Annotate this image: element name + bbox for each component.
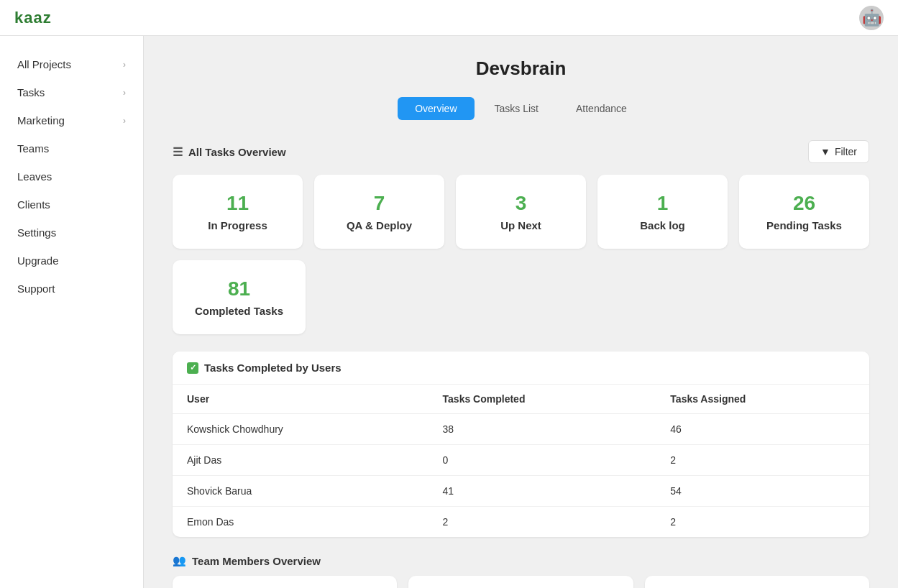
- sidebar-item-upgrade[interactable]: Upgrade: [0, 247, 143, 275]
- table-row: Emon Das22: [173, 507, 869, 538]
- completed-card: 81 Completed Tasks: [173, 260, 306, 334]
- all-tasks-title: ☰ All Tasks Overview: [173, 145, 286, 159]
- sidebar: All Projects›Tasks›Marketing›TeamsLeaves…: [0, 36, 144, 588]
- sidebar-item-leaves[interactable]: Leaves: [0, 162, 143, 190]
- filter-button[interactable]: ▼ Filter: [808, 140, 869, 163]
- team-card-2: [408, 576, 633, 588]
- tab-overview[interactable]: Overview: [398, 97, 474, 120]
- avatar: 🤖: [859, 6, 884, 30]
- table-col-tasks-assigned: Tasks Assigned: [656, 385, 869, 414]
- tasks-assigned-value: 2: [656, 445, 869, 476]
- stat-number: 7: [334, 192, 424, 215]
- sidebar-item-label: Leaves: [17, 170, 52, 183]
- user-name: Emon Das: [173, 507, 429, 538]
- page-title: Devsbrain: [173, 58, 869, 80]
- stat-card-in-progress: 11 In Progress: [173, 175, 303, 249]
- tab-attendance[interactable]: Attendance: [559, 97, 644, 120]
- tasks-completed-value: 38: [429, 414, 656, 445]
- chevron-icon: ›: [123, 116, 126, 126]
- stat-label: Up Next: [476, 219, 566, 231]
- all-tasks-section-header: ☰ All Tasks Overview ▼ Filter: [173, 140, 869, 163]
- tabs-container: OverviewTasks ListAttendance: [173, 97, 869, 120]
- completed-label: Completed Tasks: [193, 305, 285, 317]
- header: kaaz 🤖: [0, 0, 898, 36]
- stat-label: In Progress: [193, 219, 283, 231]
- table-row: Ajit Das02: [173, 445, 869, 476]
- stat-number: 11: [193, 192, 283, 215]
- completed-number: 81: [193, 277, 285, 300]
- tasks-completed-value: 0: [429, 445, 656, 476]
- sidebar-item-settings[interactable]: Settings: [0, 219, 143, 247]
- tasks-assigned-value: 2: [656, 507, 869, 538]
- user-name: Shovick Barua: [173, 476, 429, 507]
- table-body: Kowshick Chowdhury3846Ajit Das02Shovick …: [173, 414, 869, 538]
- sidebar-item-label: Clients: [17, 198, 50, 211]
- stats-grid: 11 In Progress 7 QA & Deploy 3 Up Next 1…: [173, 175, 869, 249]
- stat-label: QA & Deploy: [334, 219, 424, 231]
- stat-number: 1: [618, 192, 707, 215]
- tasks-table: UserTasks CompletedTasks Assigned Kowshi…: [173, 385, 869, 537]
- table-col-user: User: [173, 385, 429, 414]
- stat-card-back-log: 1 Back log: [597, 175, 728, 249]
- sidebar-item-all-projects[interactable]: All Projects›: [0, 50, 143, 78]
- stat-label: Pending Tasks: [759, 219, 849, 231]
- tasks-completed-value: 2: [429, 507, 656, 538]
- chevron-icon: ›: [123, 88, 126, 98]
- sidebar-item-label: Support: [17, 282, 55, 295]
- sidebar-item-label: Marketing: [17, 114, 65, 127]
- chevron-icon: ›: [123, 60, 126, 70]
- team-cards-container: [173, 576, 869, 588]
- table-header-row: UserTasks CompletedTasks Assigned: [173, 385, 869, 414]
- tasks-assigned-value: 54: [656, 476, 869, 507]
- tasks-completed-value: 41: [429, 476, 656, 507]
- user-name: Ajit Das: [173, 445, 429, 476]
- user-name: Kowshick Chowdhury: [173, 414, 429, 445]
- team-card-3: [645, 576, 869, 588]
- table-row: Shovick Barua4154: [173, 476, 869, 507]
- layout: All Projects›Tasks›Marketing›TeamsLeaves…: [0, 36, 898, 588]
- tasks-by-users-header: ✓ Tasks Completed by Users: [173, 352, 869, 385]
- sidebar-item-label: Tasks: [17, 86, 45, 98]
- sidebar-item-label: Settings: [17, 226, 56, 239]
- sidebar-item-support[interactable]: Support: [0, 275, 143, 303]
- filter-icon: ▼: [820, 146, 830, 157]
- checkbox-icon: ✓: [187, 362, 198, 374]
- sidebar-item-marketing[interactable]: Marketing›: [0, 106, 143, 134]
- tasks-icon: ☰: [173, 145, 183, 159]
- sidebar-item-clients[interactable]: Clients: [0, 190, 143, 219]
- team-members-header: 👥 Team Members Overview: [173, 554, 869, 567]
- stat-card-pending-tasks: 26 Pending Tasks: [739, 175, 869, 249]
- stat-card-up-next: 3 Up Next: [456, 175, 586, 249]
- sidebar-item-teams[interactable]: Teams: [0, 134, 143, 162]
- sidebar-item-tasks[interactable]: Tasks›: [0, 78, 143, 106]
- tab-tasks-list[interactable]: Tasks List: [477, 97, 556, 120]
- sidebar-item-label: Upgrade: [17, 254, 59, 267]
- stat-number: 26: [759, 192, 849, 215]
- team-members-icon: 👥: [173, 554, 186, 567]
- logo: kaaz: [14, 9, 52, 27]
- table-col-tasks-completed: Tasks Completed: [429, 385, 656, 414]
- sidebar-item-label: Teams: [17, 142, 49, 155]
- table-head: UserTasks CompletedTasks Assigned: [173, 385, 869, 414]
- table-row: Kowshick Chowdhury3846: [173, 414, 869, 445]
- stat-card-qa-&-deploy: 7 QA & Deploy: [314, 175, 444, 249]
- main-content: Devsbrain OverviewTasks ListAttendance ☰…: [144, 36, 898, 588]
- completed-row: 81 Completed Tasks: [173, 260, 869, 334]
- tasks-assigned-value: 46: [656, 414, 869, 445]
- sidebar-item-label: All Projects: [17, 58, 71, 70]
- stat-label: Back log: [618, 219, 707, 231]
- tasks-by-users-section: ✓ Tasks Completed by Users UserTasks Com…: [173, 352, 869, 537]
- stat-number: 3: [476, 192, 566, 215]
- team-card-1: [173, 576, 397, 588]
